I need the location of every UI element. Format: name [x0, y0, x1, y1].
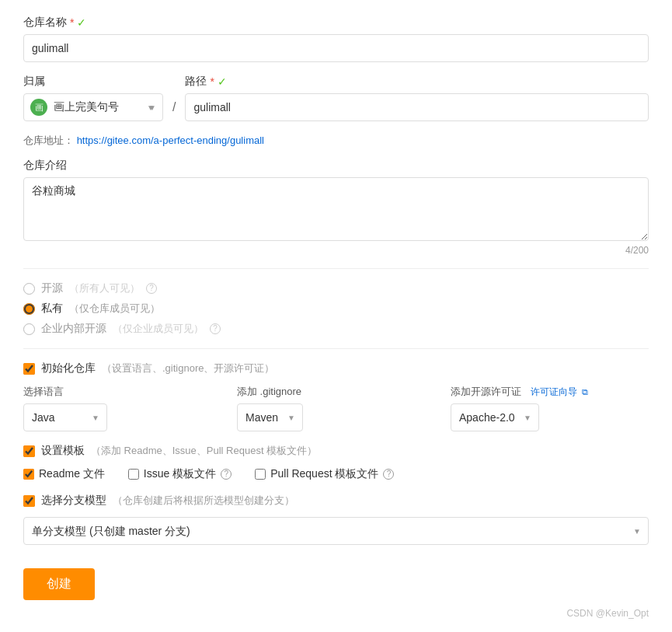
required-star: * [70, 16, 74, 29]
watermark: CSDN @Kevin_Opt [23, 608, 649, 619]
pr-help-icon[interactable]: ? [383, 469, 394, 480]
template-sub-checkboxes: Readme 文件 Issue 模板文件 ? Pull Request 模板文件… [23, 467, 649, 481]
repo-name-label: 仓库名称 * ✓ [23, 16, 649, 30]
license-guide-link[interactable]: 许可证向导 [531, 386, 577, 399]
repo-url-prefix: 仓库地址： [23, 134, 74, 146]
pr-check-item[interactable]: Pull Request 模板文件 ? [255, 467, 394, 481]
owner-group: 归属 画 画上完美句号 ▼ [23, 75, 163, 121]
template-title: 设置模板 [41, 444, 85, 458]
radio-enterprise-input[interactable] [23, 323, 35, 335]
template-checkbox-row: 设置模板 （添加 Readme、Issue、Pull Request 模板文件） [23, 444, 649, 458]
branch-title: 选择分支模型 [41, 494, 106, 508]
path-input[interactable] [185, 93, 649, 121]
issue-label: Issue 模板文件 [144, 467, 216, 481]
radio-private-sub: （仅仓库成员可见） [69, 302, 160, 316]
license-label: 添加开源许可证 [451, 385, 521, 399]
branch-select-wrapper: 单分支模型 (只创建 master 分支) 双分支模型 (创建 master 和… [23, 517, 649, 545]
gitignore-select-wrapper: Maven Gradle Node [237, 403, 303, 431]
radio-enterprise-label: 企业内部开源 [41, 322, 106, 336]
branch-checkbox[interactable] [23, 495, 35, 507]
radio-open-input[interactable] [23, 283, 35, 295]
path-valid-icon: ✓ [218, 75, 227, 88]
create-button-row: 创建 [23, 560, 649, 600]
intro-textarea[interactable]: 谷粒商城 [23, 177, 649, 241]
branch-section: 选择分支模型 （仓库创建后将根据所选模型创建分支） 单分支模型 (只创建 mas… [23, 494, 649, 545]
repo-url-line: 仓库地址： https://gitee.com/a-perfect-ending… [23, 134, 649, 148]
create-button[interactable]: 创建 [23, 568, 95, 600]
gitignore-select[interactable]: Maven Gradle Node [237, 403, 303, 431]
owner-label: 归属 [23, 75, 163, 89]
license-label-row: 添加开源许可证 许可证向导 ⧉ [451, 385, 649, 399]
slash-divider: / [171, 93, 177, 121]
radio-enterprise-sub: （仅企业成员可见） [113, 322, 204, 336]
divider-1 [23, 268, 649, 269]
init-title: 初始化仓库 [41, 361, 96, 375]
divider-2 [23, 348, 649, 349]
radio-private-label: 私有 [41, 302, 63, 316]
intro-label-text: 仓库介绍 [23, 159, 67, 173]
radio-open-label: 开源 [41, 281, 63, 295]
init-checkbox[interactable] [23, 363, 35, 375]
path-group: 路径 * ✓ [185, 75, 649, 121]
valid-check-icon: ✓ [77, 16, 86, 29]
lang-label: 选择语言 [23, 385, 221, 399]
init-section: 初始化仓库 （设置语言、.gitignore、开源许可证） 选择语言 Java … [23, 361, 649, 431]
radio-open-sub: （所有人可见） [69, 281, 140, 295]
owner-label-text: 归属 [23, 75, 45, 89]
init-sub: （设置语言、.gitignore、开源许可证） [102, 361, 274, 375]
pr-label: Pull Request 模板文件 [270, 467, 378, 481]
path-required: * [210, 75, 214, 88]
owner-name: 画上完美句号 [54, 100, 119, 114]
issue-checkbox[interactable] [128, 469, 139, 480]
lang-select[interactable]: Java Python JavaScript [23, 403, 107, 431]
license-select[interactable]: Apache-2.0 MIT GPL-3.0 [451, 403, 539, 431]
init-checkbox-row: 初始化仓库 （设置语言、.gitignore、开源许可证） [23, 361, 649, 375]
open-help-icon[interactable]: ? [146, 283, 157, 294]
owner-select[interactable]: 画 画上完美句号 ▼ [23, 93, 163, 121]
path-label-text: 路径 [185, 75, 207, 89]
lang-select-wrapper: Java Python JavaScript [23, 403, 107, 431]
license-select-wrapper: Apache-2.0 MIT GPL-3.0 [451, 403, 539, 431]
gitignore-label: 添加 .gitignore [237, 385, 435, 399]
intro-group: 仓库介绍 谷粒商城 4/200 [23, 159, 649, 256]
radio-private: 私有 （仅仓库成员可见） [23, 302, 649, 316]
issue-help-icon[interactable]: ? [221, 469, 232, 480]
issue-check-item[interactable]: Issue 模板文件 ? [128, 467, 232, 481]
lang-col: 选择语言 Java Python JavaScript [23, 385, 221, 431]
path-label: 路径 * ✓ [185, 75, 649, 89]
template-sub: （添加 Readme、Issue、Pull Request 模板文件） [91, 444, 317, 458]
visibility-group: 开源 （所有人可见） ? 私有 （仅仓库成员可见） 企业内部开源 （仅企业成员可… [23, 281, 649, 336]
external-link-icon: ⧉ [582, 387, 588, 397]
radio-open: 开源 （所有人可见） ? [23, 281, 649, 295]
intro-label: 仓库介绍 [23, 159, 649, 173]
owner-path-group: 归属 画 画上完美句号 ▼ / 路径 * ✓ [23, 75, 649, 121]
repo-url-link[interactable]: https://gitee.com/a-perfect-ending/gulim… [77, 134, 264, 146]
readme-label: Readme 文件 [39, 467, 105, 481]
enterprise-help-icon[interactable]: ? [210, 323, 221, 334]
gitignore-col: 添加 .gitignore Maven Gradle Node [237, 385, 435, 431]
repo-name-group: 仓库名称 * ✓ [23, 16, 649, 62]
branch-checkbox-row: 选择分支模型 （仓库创建后将根据所选模型创建分支） [23, 494, 649, 508]
char-count: 4/200 [23, 245, 649, 256]
intro-textarea-group: 谷粒商城 4/200 [23, 177, 649, 256]
pr-checkbox[interactable] [255, 469, 266, 480]
radio-private-input[interactable] [23, 303, 35, 315]
readme-check-item[interactable]: Readme 文件 [23, 467, 105, 481]
template-checkbox[interactable] [23, 445, 35, 457]
template-section: 设置模板 （添加 Readme、Issue、Pull Request 模板文件）… [23, 444, 649, 481]
license-col: 添加开源许可证 许可证向导 ⧉ Apache-2.0 MIT GPL-3.0 [451, 385, 649, 431]
owner-avatar: 画 [30, 99, 47, 116]
owner-dropdown-icon: ▼ [148, 103, 156, 112]
radio-enterprise: 企业内部开源 （仅企业成员可见） ? [23, 322, 649, 336]
branch-select[interactable]: 单分支模型 (只创建 master 分支) 双分支模型 (创建 master 和… [23, 517, 649, 545]
repo-name-input[interactable] [23, 34, 649, 62]
init-options-row: 选择语言 Java Python JavaScript 添加 .gitignor… [23, 385, 649, 431]
readme-checkbox[interactable] [23, 469, 34, 480]
branch-sub: （仓库创建后将根据所选模型创建分支） [113, 494, 294, 508]
label-text: 仓库名称 [23, 16, 67, 30]
